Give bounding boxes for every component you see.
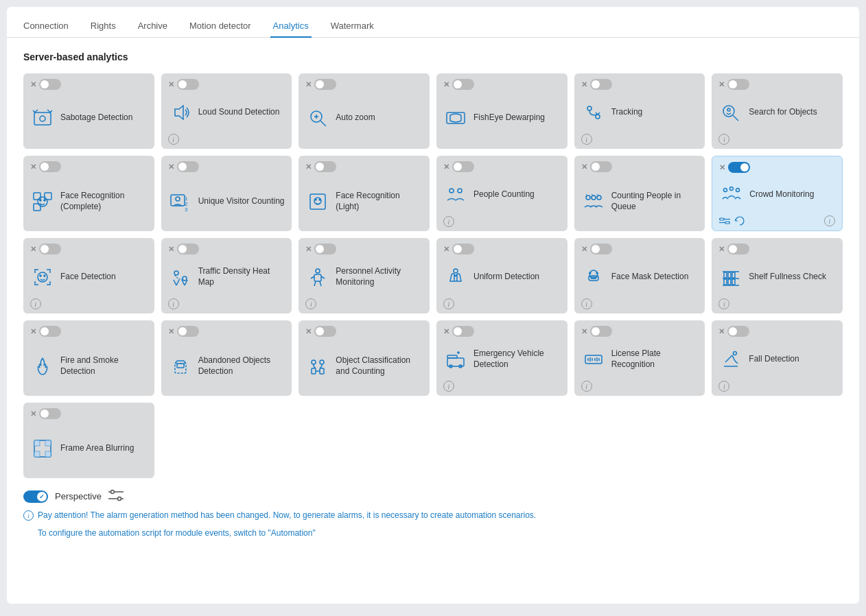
- toggle-track-emergency-vehicle[interactable]: [452, 326, 474, 337]
- toggle-track-license-plate[interactable]: [590, 326, 612, 337]
- toggle-fire-smoke[interactable]: ✕: [30, 326, 61, 337]
- toggle-unique-visitor[interactable]: ✕: [168, 161, 199, 172]
- traffic-density-label: Traffic Density Heat Map: [198, 266, 285, 287]
- card-fire-smoke-body: Fire and Smoke Detection: [30, 341, 148, 392]
- card-fall-detection: ✕ Fall Detecti: [712, 320, 843, 396]
- toggle-track-face-rec-light[interactable]: [314, 161, 336, 172]
- toggle-track-fall-detection[interactable]: [727, 326, 749, 337]
- card-people-counting-footer: i: [443, 216, 561, 227]
- toggle-frame-blurring[interactable]: ✕: [30, 408, 61, 419]
- uniform-detection-info-icon[interactable]: i: [443, 298, 454, 309]
- toggle-face-detection[interactable]: ✕: [30, 244, 61, 254]
- crowd-monitoring-settings-icon[interactable]: [719, 215, 730, 226]
- uniform-detection-icon: [443, 265, 468, 289]
- toggle-track-personnel-activity[interactable]: [314, 244, 336, 254]
- card-traffic-density: ✕: [161, 238, 292, 313]
- svg-point-32: [315, 199, 316, 200]
- toggle-uniform-detection[interactable]: ✕: [443, 244, 474, 254]
- toggle-track-tracking[interactable]: [590, 79, 612, 90]
- fall-detection-info-icon[interactable]: i: [718, 381, 729, 392]
- face-detection-info-icon[interactable]: i: [30, 298, 41, 309]
- toggle-search-objects[interactable]: ✕: [718, 79, 749, 90]
- toggle-abandoned-objects[interactable]: ✕: [168, 326, 199, 337]
- traffic-density-info-icon[interactable]: i: [168, 298, 179, 309]
- toggle-track-face-rec-complete[interactable]: [39, 161, 61, 172]
- toggle-track-object-class[interactable]: [314, 326, 336, 337]
- card-unique-visitor-body: 1 2 3 Unique Visitor Counting: [168, 176, 285, 227]
- card-fire-smoke: ✕ Fire and Smoke Detection: [23, 320, 154, 396]
- loud-sound-info-icon[interactable]: i: [168, 134, 179, 145]
- toggle-track-search-objects[interactable]: [727, 79, 749, 90]
- shelf-fullness-info-icon[interactable]: i: [718, 298, 729, 309]
- toggle-shelf-fullness[interactable]: ✕: [718, 244, 749, 254]
- perspective-track[interactable]: [23, 490, 48, 503]
- toggle-face-rec-light[interactable]: ✕: [305, 161, 336, 172]
- toggle-crowd-monitoring[interactable]: ✕: [719, 162, 750, 173]
- card-face-mask: ✕: [574, 238, 705, 313]
- toggle-track-crowd-monitoring[interactable]: [728, 162, 750, 173]
- toggle-loud-sound[interactable]: ✕: [168, 79, 199, 90]
- section-title: Server-based analytics: [23, 51, 843, 62]
- toggle-face-mask[interactable]: ✕: [581, 244, 612, 254]
- tab-connection[interactable]: Connection: [21, 15, 71, 38]
- card-fall-detection-header: ✕: [718, 326, 836, 337]
- toggle-track-people-counting[interactable]: [452, 161, 474, 172]
- perspective-sliders-icon[interactable]: [108, 489, 124, 504]
- face-recognition-light-icon: [305, 189, 330, 214]
- tab-archive[interactable]: Archive: [135, 15, 170, 38]
- toggle-tracking[interactable]: ✕: [581, 79, 612, 90]
- people-counting-info-icon[interactable]: i: [443, 216, 454, 227]
- tab-watermark[interactable]: Watermark: [328, 15, 377, 38]
- search-objects-info-icon[interactable]: i: [718, 134, 729, 145]
- toggle-sabotage[interactable]: ✕: [30, 79, 61, 90]
- tab-motion-detector[interactable]: Motion detector: [187, 15, 254, 38]
- toggle-license-plate[interactable]: ✕: [581, 326, 612, 337]
- toggle-track-counting-queue[interactable]: [590, 161, 612, 172]
- toggle-track-traffic-density[interactable]: [177, 244, 199, 254]
- toggle-face-rec-complete[interactable]: ✕: [30, 161, 61, 172]
- toggle-track-auto-zoom[interactable]: [314, 79, 336, 90]
- counting-queue-icon: 1 2 3: [581, 189, 606, 214]
- toggle-track-sabotage[interactable]: [39, 79, 61, 90]
- personnel-activity-info-icon[interactable]: i: [305, 298, 316, 309]
- toggle-traffic-density[interactable]: ✕: [168, 244, 199, 254]
- toggle-track-abandoned-objects[interactable]: [177, 326, 199, 337]
- toggle-fall-detection[interactable]: ✕: [718, 326, 749, 337]
- crowd-monitoring-footer-icons: [719, 215, 745, 226]
- toggle-auto-zoom[interactable]: ✕: [305, 79, 336, 90]
- svg-point-42: [724, 189, 727, 192]
- toggle-object-classification[interactable]: ✕: [305, 326, 336, 337]
- toggle-emergency-vehicle[interactable]: ✕: [443, 326, 474, 337]
- perspective-toggle[interactable]: [23, 490, 48, 503]
- face-mask-info-icon[interactable]: i: [581, 298, 592, 309]
- card-frame-blurring-body: Frame Area Blurring: [30, 423, 148, 474]
- card-sabotage-header: ✕: [30, 79, 148, 90]
- toggle-track-frame-blurring[interactable]: [39, 408, 61, 419]
- toggle-track-uniform-detection[interactable]: [452, 244, 474, 254]
- toggle-track-unique-visitor[interactable]: [177, 161, 199, 172]
- toggle-fisheye[interactable]: ✕: [443, 79, 474, 90]
- card-shelf-fullness: ✕: [712, 238, 843, 313]
- toggle-track-face-detection[interactable]: [39, 244, 61, 254]
- toggle-track-shelf-fullness[interactable]: [727, 244, 749, 254]
- toggle-track-fisheye[interactable]: [452, 79, 474, 90]
- card-auto-zoom-header: ✕: [305, 79, 423, 90]
- toggle-track-loud-sound[interactable]: [177, 79, 199, 90]
- toggle-x-icon: ✕: [30, 410, 36, 418]
- perspective-label: Perspective: [55, 491, 102, 501]
- toggle-track-face-mask[interactable]: [590, 244, 612, 254]
- crowd-monitoring-info-icon[interactable]: i: [824, 215, 835, 226]
- card-abandoned-objects-header: ✕: [168, 326, 285, 337]
- toggle-counting-queue[interactable]: ✕: [581, 161, 612, 172]
- toggle-personnel-activity[interactable]: ✕: [305, 244, 336, 254]
- card-counting-queue: ✕ 1: [574, 156, 705, 231]
- toggle-people-counting[interactable]: ✕: [443, 161, 474, 172]
- tab-analytics[interactable]: Analytics: [270, 15, 312, 38]
- toggle-track-fire-smoke[interactable]: [39, 326, 61, 337]
- tab-rights[interactable]: Rights: [88, 15, 119, 38]
- card-shelf-fullness-footer: i: [718, 298, 836, 309]
- crowd-monitoring-refresh-icon[interactable]: [734, 215, 745, 226]
- license-plate-info-icon[interactable]: i: [581, 381, 592, 392]
- tracking-info-icon[interactable]: i: [581, 134, 592, 145]
- emergency-vehicle-info-icon[interactable]: i: [443, 381, 454, 392]
